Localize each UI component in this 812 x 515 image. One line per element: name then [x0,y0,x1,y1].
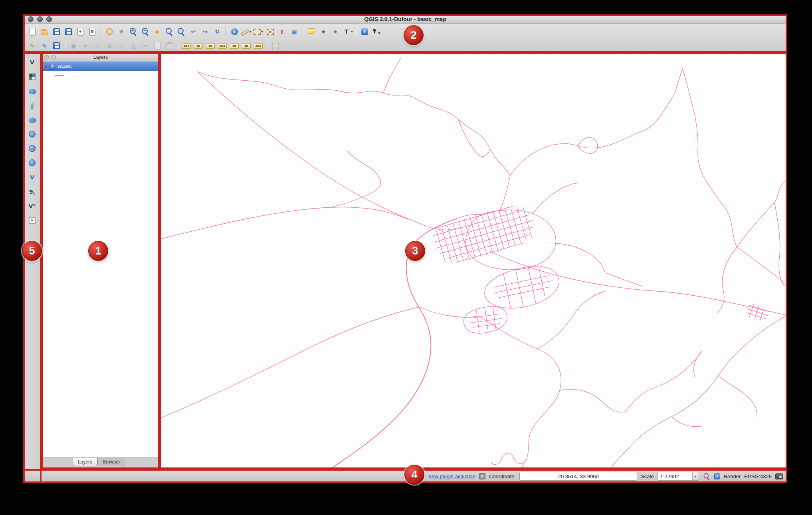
measure-line-dropdown-icon[interactable]: ▾ [250,30,251,34]
node-tool-button: ◇ [115,40,127,51]
zoom-next-button[interactable]: ↪ [199,26,211,37]
zoom-last-button[interactable]: ↩ [187,26,199,37]
current-edits-button[interactable]: ✎ [26,40,38,51]
paste-features-icon [166,42,172,50]
manage-layers-toolbar: VV9,V°× [23,52,42,469]
crs-status-icon[interactable] [775,473,783,479]
layer-symbology-row [42,71,159,79]
add-wcs-layer-button[interactable] [26,157,39,169]
status-bar: new plugin available Coordinate: Scale 1… [23,469,787,483]
label-move-button[interactable]: ab [228,40,240,51]
capture-line-icon: ≈ [81,42,90,50]
new-print-composer-button[interactable]: + [74,26,86,37]
zoom-out-button[interactable]: − [139,26,151,37]
current-edits-icon: ✎ [28,42,37,50]
composer-manager-button[interactable]: ≡ [86,26,98,37]
annotation-tool-dropdown-icon[interactable]: ▾ [351,30,353,34]
save-project-as-button[interactable] [62,26,74,37]
annotation-tool-icon: T [342,27,351,36]
zoom-to-layer-button[interactable] [175,26,187,37]
add-wms-layer-button[interactable] [26,143,39,154]
capture-polygon-icon: ▱ [93,42,102,50]
layer-item-roads[interactable]: ✓ roads [42,62,159,71]
add-delimited-text-layer-button[interactable]: 9, [26,186,39,197]
tab-layers[interactable]: Layers [73,458,97,466]
labeling-icon: abc [182,43,191,49]
whats-this-button[interactable] [370,26,382,37]
toolbar-separator [178,42,178,50]
layers-tree: ✓ roads [42,62,160,458]
zoom-in-button[interactable]: + [127,26,139,37]
label-rotate-button[interactable]: ab [240,40,252,51]
add-vector-layer-button[interactable]: V [26,56,39,68]
remove-layer-button[interactable]: × [26,215,39,226]
add-postgis-layer-button[interactable] [26,85,39,97]
zoom-to-selection-button[interactable] [163,26,175,37]
deselect-features-button[interactable]: × [264,26,276,37]
coordinate-input[interactable] [519,472,637,481]
move-feature-button: ⊕ [103,40,115,51]
pan-map-icon [106,28,113,35]
zoom-full-button[interactable]: ◈ [151,26,163,37]
plugin-icon[interactable] [479,473,485,479]
select-by-expression-icon: ε [278,27,287,36]
show-bookmarks-button[interactable]: ★ [317,26,329,37]
map-canvas[interactable] [160,52,787,469]
scale-magnifier-icon[interactable] [703,473,710,480]
measure-line-button[interactable]: ▾ [240,26,252,37]
add-raster-layer-icon [29,74,36,80]
label-highlight-icon: ab [206,43,215,49]
help-contents-button[interactable]: ? [358,26,370,37]
open-attribute-table-button[interactable]: ▦ [288,26,300,37]
label-show-hide-icon: abc [218,43,227,49]
select-by-expression-button[interactable]: ε [276,26,288,37]
identify-features-button[interactable]: i [228,26,240,37]
toggle-editing-button[interactable]: ✎ [38,40,50,51]
pan-map-button[interactable] [103,26,115,37]
label-show-hide-button[interactable]: abc [216,40,228,51]
expander-icon[interactable] [44,66,48,68]
render-checkbox[interactable]: ✓ [714,473,720,479]
toolbar-separator [65,42,65,50]
label-pin-button[interactable]: ab [192,40,204,51]
add-wfs-layer-button[interactable]: V [26,171,39,183]
capture-point-button: ● [67,40,79,51]
add-oracle-layer-icon [29,131,36,137]
new-shapefile-layer-button[interactable]: V° [26,200,39,212]
pan-to-selection-button[interactable]: ✳ [115,26,127,37]
cut-features-button: ✂ [139,40,151,51]
new-plugin-link[interactable]: new plugin available [429,473,475,479]
save-project-button[interactable] [50,26,62,37]
copy-features-icon [154,42,160,50]
label-pin-icon: ab [194,43,203,49]
map-refresh-button[interactable]: ↻ [211,26,223,37]
paste-features-button [163,40,175,51]
add-mssql-layer-button[interactable] [26,114,39,125]
add-mssql-layer-icon [29,117,36,123]
chevron-down-icon[interactable]: ▾ [692,472,699,480]
text-annotation-button[interactable] [305,26,317,37]
select-features-button[interactable]: ▾ [252,26,264,37]
zoom-to-selection-icon [165,28,173,36]
toolbar-separator [303,27,303,36]
new-project-button[interactable] [26,26,38,37]
layer-visibility-checkbox[interactable]: ✓ [50,64,55,70]
label-change-button[interactable]: abc [252,40,264,51]
line-symbol-swatch [55,75,64,76]
scale-combobox[interactable]: 1:22692 ▾ [658,472,699,481]
open-project-button[interactable] [38,26,50,37]
labeling-button[interactable]: abc [180,40,192,51]
tab-browser[interactable]: Browser [97,458,125,466]
add-raster-layer-button[interactable] [26,71,39,82]
label-highlight-button[interactable]: ab [204,40,216,51]
title-bar[interactable]: QGIS 2.0.1-Dufour - basic_map [23,14,787,24]
save-layer-edits-button[interactable] [50,40,62,51]
toolbar-separator [226,27,226,36]
add-oracle-layer-button[interactable] [26,128,39,140]
pan-to-selection-icon: ✳ [117,27,126,36]
select-features-dropdown-icon[interactable]: ▾ [261,30,263,34]
remove-layer-icon: × [29,217,36,224]
annotation-tool-button[interactable]: T▾ [341,26,353,37]
new-bookmark-button[interactable]: ★ [329,26,341,37]
add-spatialite-layer-button[interactable] [26,99,39,111]
